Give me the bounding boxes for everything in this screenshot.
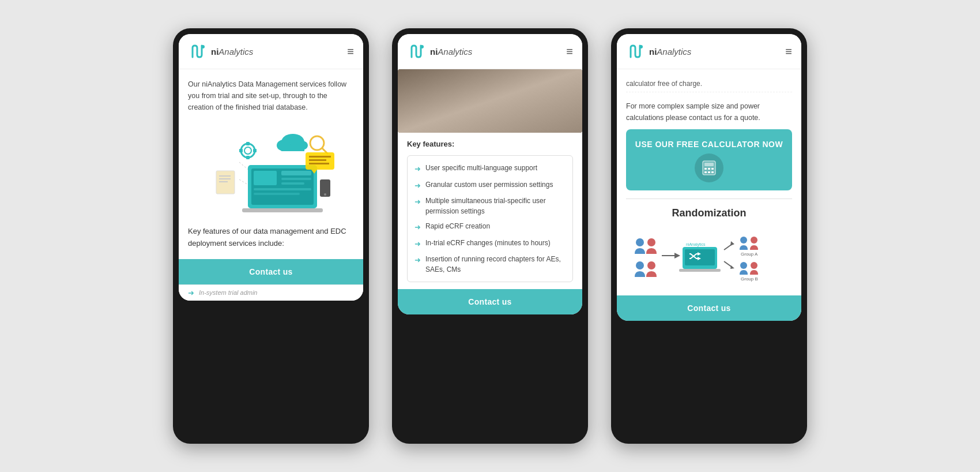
feature-item-1: ➜ User specific multi-language support (414, 163, 566, 175)
hamburger-icon-2[interactable]: ≡ (566, 45, 573, 58)
svg-rect-58 (708, 168, 710, 170)
svg-rect-56 (704, 163, 714, 166)
svg-rect-8 (281, 178, 311, 180)
logo-text-2: niAnalytics (430, 47, 472, 57)
contact-button-1[interactable]: Contact us (179, 259, 363, 284)
svg-rect-60 (704, 171, 707, 173)
svg-text:niAnalytics: niAnalytics (686, 242, 706, 247)
svg-rect-59 (711, 168, 714, 170)
svg-point-30 (324, 193, 326, 196)
contact-button-2[interactable]: Contact us (398, 289, 582, 314)
feature-arrow-1: ➜ (414, 163, 421, 175)
feature-item-4: ➜ Rapid eCRF creation (414, 221, 566, 233)
logo-icon-1 (188, 41, 209, 62)
svg-text:Group B: Group B (741, 276, 758, 282)
top-photo-illustration (409, 69, 571, 133)
randomization-title: Randomization (626, 207, 792, 219)
nav-header-2: niAnalytics ≡ (398, 34, 582, 69)
bottom-partial-1: ➜ In-system trial admin (179, 284, 363, 301)
logo-text-3: niAnalytics (649, 47, 691, 57)
logo-icon-2 (407, 41, 428, 62)
calc-svg (701, 160, 717, 176)
feature-item-3: ➜ Multiple simultaneous trial-specific u… (414, 196, 566, 216)
svg-marker-74 (730, 241, 734, 246)
svg-marker-67 (674, 253, 680, 259)
body-text-3: For more complex sample size and power c… (626, 100, 792, 123)
calculator-icon (695, 153, 723, 182)
svg-rect-51 (439, 105, 444, 110)
svg-rect-28 (219, 181, 228, 182)
svg-rect-37 (409, 69, 571, 133)
phone-screen-1: niAnalytics ≡ Our niAnalytics Data Manag… (179, 34, 363, 301)
feature-arrow-5: ➜ (414, 238, 421, 250)
svg-point-79 (740, 262, 747, 269)
logo-area-2: niAnalytics (407, 41, 472, 62)
svg-rect-21 (239, 149, 243, 152)
svg-point-64 (647, 238, 655, 246)
svg-rect-6 (254, 171, 277, 185)
svg-rect-39 (470, 81, 539, 118)
svg-rect-69 (685, 249, 715, 265)
svg-point-76 (740, 237, 747, 244)
svg-point-63 (636, 238, 644, 246)
svg-point-77 (751, 237, 757, 244)
svg-point-0 (201, 45, 205, 48)
svg-text:Group A: Group A (741, 252, 758, 257)
randomization-svg: niAnalytics Group A (628, 230, 790, 282)
feature-item-2: ➜ Granular custom user permission settin… (414, 179, 566, 192)
illustration-1 (188, 120, 354, 219)
svg-rect-33 (309, 159, 326, 161)
phone-screen-3: niAnalytics ≡ calculator free of charge.… (617, 34, 801, 321)
logo-area-3: niAnalytics (626, 41, 691, 62)
feature-arrow-2: ➜ (414, 180, 421, 192)
phone-frame-1: niAnalytics ≡ Our niAnalytics Data Manag… (173, 28, 369, 444)
svg-point-54 (639, 45, 643, 48)
feature-arrow-3: ➜ (414, 196, 421, 208)
feature-arrow-4: ➜ (414, 222, 421, 233)
screen-content-3: calculator free of charge. For more comp… (617, 69, 801, 295)
svg-point-18 (244, 147, 251, 154)
svg-point-36 (420, 45, 424, 48)
calculator-cta-button[interactable]: USE OUR FREE CALCULATOR NOW (626, 129, 792, 190)
screen-content-1: Our niAnalytics Data Management services… (179, 69, 363, 259)
logo-icon-3 (626, 41, 647, 62)
nav-header-3: niAnalytics ≡ (617, 34, 801, 69)
data-management-illustration (196, 125, 346, 214)
svg-point-80 (751, 262, 757, 269)
contact-button-3[interactable]: Contact us (617, 295, 801, 321)
svg-rect-41 (476, 87, 533, 90)
svg-rect-44 (476, 100, 516, 103)
phone-frame-2: niAnalytics ≡ (392, 28, 588, 444)
nav-header-1: niAnalytics ≡ (179, 34, 363, 69)
svg-rect-72 (679, 269, 721, 272)
svg-rect-19 (246, 142, 250, 145)
svg-rect-52 (446, 105, 451, 110)
svg-rect-11 (254, 193, 300, 195)
feature-item-5: ➜ In-trial eCRF changes (minutes to hour… (414, 238, 566, 250)
svg-rect-12 (242, 208, 323, 212)
svg-rect-48 (439, 98, 444, 103)
svg-rect-20 (246, 156, 250, 159)
svg-rect-42 (476, 92, 522, 95)
logo-text-1: niAnalytics (211, 47, 253, 57)
hamburger-icon-3[interactable]: ≡ (785, 45, 792, 58)
logo-area-1: niAnalytics (188, 41, 253, 62)
svg-point-53 (431, 116, 443, 123)
svg-rect-49 (446, 98, 451, 103)
svg-rect-22 (253, 149, 257, 152)
feature-list-2: ➜ User specific multi-language support ➜… (407, 155, 573, 282)
svg-rect-47 (432, 98, 437, 103)
svg-rect-57 (704, 168, 707, 170)
top-partial-text-3: calculator free of charge. (626, 78, 792, 92)
svg-rect-27 (219, 178, 231, 179)
svg-rect-16 (281, 145, 304, 151)
svg-rect-46 (427, 87, 458, 93)
hamburger-icon-1[interactable]: ≡ (347, 45, 354, 58)
body-text-1: Our niAnalytics Data Management services… (188, 78, 354, 113)
svg-rect-38 (467, 78, 542, 124)
section-title-1: Key features of our data management and … (188, 226, 354, 250)
phone-frame-3: niAnalytics ≡ calculator free of charge.… (611, 28, 807, 444)
partial-text-1: In-system trial admin (199, 289, 257, 296)
svg-rect-62 (711, 171, 714, 173)
phone-screen-2: niAnalytics ≡ (398, 34, 582, 314)
